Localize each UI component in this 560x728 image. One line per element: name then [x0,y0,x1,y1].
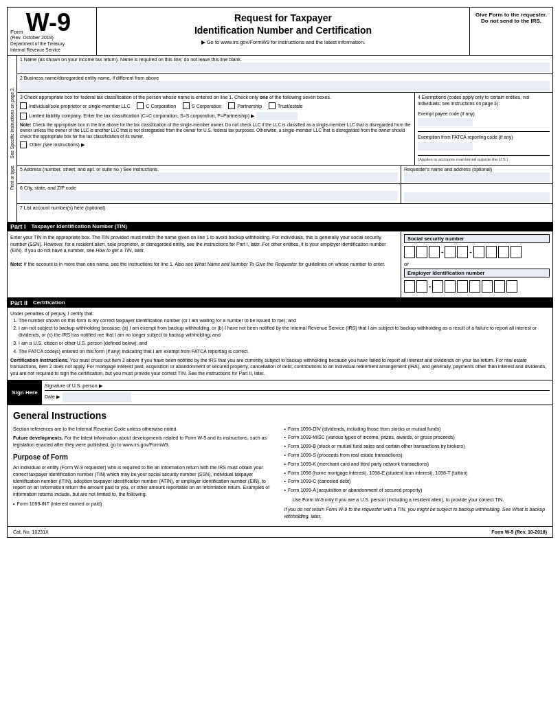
note-text: Note: Check the appropriate box in the l… [20,122,412,139]
ein-box5[interactable] [457,280,468,293]
ein-box2[interactable] [416,280,427,293]
ssn-box9[interactable] [511,246,522,258]
date-input[interactable] [63,392,131,402]
other-checkbox-box[interactable] [20,141,27,148]
cert-item-1: The number shown on this form is my corr… [19,317,550,324]
llc-checkbox-box[interactable] [20,113,27,120]
dept1: Department of the Treasury [10,41,93,46]
ssn-box6[interactable] [473,246,484,258]
cert-bold: Certification instructions. [10,358,69,363]
bullet1: • Form 1099-INT (interest earned or paid… [13,501,276,508]
line3-label: 3 Check appropriate box for federal tax … [20,95,412,100]
requester-input2[interactable] [404,192,550,202]
instr-future: Future developments. For the latest info… [13,435,276,448]
individual-checkbox-box[interactable] [20,102,27,109]
ssn-box2[interactable] [416,246,427,258]
scorp-checkbox-box[interactable] [183,102,190,109]
purpose-text: An individual or entity (Form W-9 reques… [13,464,276,498]
trust-checkbox-box[interactable] [269,102,276,109]
ssn-box8[interactable] [498,246,509,258]
exempt-payee-input[interactable] [418,118,473,126]
form-w9: Form W-9 (Rev. October 2018) Department … [7,7,553,538]
cert-item-3: I am a U.S. citizen or other U.S. person… [19,340,550,347]
part1-content: Enter your TIN in the appropriate box. T… [8,231,552,298]
ssn-dash2: - [469,248,471,255]
header-center: Request for Taxpayer Identification Numb… [97,8,470,55]
line6-right [401,184,552,203]
line7-input[interactable] [20,211,550,220]
sign-content: Signature of U.S. person ▶ Date ▶ [42,380,552,405]
instr-columns: Section references are to the Internal R… [13,426,547,523]
form-id: Form W-9 (Rev. 10-2018) [491,530,547,534]
cert-item-4: The FATCA code(s) entered on this form (… [19,348,550,355]
llc-classification-input[interactable] [256,112,298,120]
line6-input[interactable] [20,191,398,201]
part2-content: Under penalties of perjury, I certify th… [8,308,552,380]
checkbox-trust[interactable]: Trust/estate [269,102,303,109]
sig-label: Signature of U.S. person ▶ [45,383,550,391]
line5-input[interactable] [20,172,398,182]
checkbox-c-corp[interactable]: C Corporation [137,102,176,109]
fatca-input[interactable] [418,142,473,150]
right-bullet-5: • Form 1098 (home mortgage interest), 10… [284,470,548,477]
other-row: Other (see instructions) ▶ [20,141,412,148]
instr-col-left: Section references are to the Internal R… [13,426,276,523]
ein-box4[interactable] [445,280,456,293]
line1-input[interactable] [20,62,550,72]
main-content-area: Print or type. See Specific Instructions… [8,56,552,222]
ssn-box7[interactable] [486,246,497,258]
checkbox-partnership[interactable]: Partnership [228,102,262,109]
or-text: or [404,261,550,267]
line6-left: 6 City, state, and ZIP code [17,184,401,203]
line5-container: 5 Address (number, street, and apt. or s… [17,166,552,184]
cert-item-2: I am not subject to backup withholding b… [19,325,550,339]
footer: Cat. No. 10231X Form W-9 (Rev. 10-2018) [8,526,552,537]
ssn-label: Social security number [404,234,550,243]
ccorp-checkbox-box[interactable] [137,102,144,109]
checkbox-s-corp[interactable]: S Corporation [183,102,221,109]
ein-boxes: - [404,280,550,293]
ssn-box3[interactable] [429,246,440,258]
ein-box7[interactable] [482,280,493,293]
exemptions-area: 4 Exemptions (codes apply only to certai… [415,93,552,165]
sidebar-print: Print or type. [10,165,14,190]
ein-box6[interactable] [469,280,480,293]
checkboxes-row: Individual/sole proprietor or single-mem… [20,102,412,109]
part2-label: Part II [10,299,27,306]
instr-title: General Instructions [13,409,547,423]
fatca-section: Exemption from FATCA reporting code (if … [418,135,550,152]
dept2: Internal Revenue Service [10,47,93,52]
part1-note-bold: Note: [10,262,23,266]
header-left: Form W-9 (Rev. October 2018) Department … [8,8,97,55]
partnership-checkbox-box[interactable] [228,102,235,109]
ssn-box4[interactable] [445,246,456,258]
part1-left: Enter your TIN in the appropriate box. T… [8,231,401,297]
line2-input[interactable] [20,81,550,91]
ssn-box1[interactable] [404,246,415,258]
right-bullet-2: • Form 1099-B (stock or mutual fund sale… [284,443,548,450]
requester-input[interactable] [404,172,550,182]
main-title: Request for Taxpayer Identification Numb… [100,12,467,36]
form-name: W-9 [26,10,71,35]
part1-title: Taxpayer Identification Number (TIN) [32,223,127,229]
line2-label: 2 Business name/disregarded entity name,… [20,76,550,80]
purpose-title: Purpose of Form [13,453,276,462]
ssn-box5[interactable] [457,246,468,258]
right-bullet-0: • Form 1099-DIV (dividends, including th… [284,426,548,433]
date-area: Date ▶ [45,392,550,402]
right-bullet-7: • Form 1099-A (acquisition or abandonmen… [284,487,548,494]
ein-box9[interactable] [506,280,517,293]
line1-field: 1 Name (as shown on your income tax retu… [17,56,552,74]
form-header: Form W-9 (Rev. October 2018) Department … [8,8,552,56]
ein-box8[interactable] [494,280,505,293]
part2-header: Part II Certification [8,298,552,308]
cert-instructions: Certification instructions. You must cro… [10,357,550,377]
ein-box1[interactable] [404,280,415,293]
line7-field: 7 List account number(s) here (optional) [17,204,552,222]
ein-box3[interactable] [432,280,443,293]
part1-right: Social security number - - or Employer i… [401,231,552,297]
give-form-label: Give Form to the requester. Do not send … [470,8,552,55]
checkbox-individual[interactable]: Individual/sole proprietor or single-mem… [20,102,130,109]
right-bullet-4: • Form 1099-K (merchant card and third p… [284,461,548,468]
line5-left: 5 Address (number, street, and apt. or s… [17,166,401,183]
